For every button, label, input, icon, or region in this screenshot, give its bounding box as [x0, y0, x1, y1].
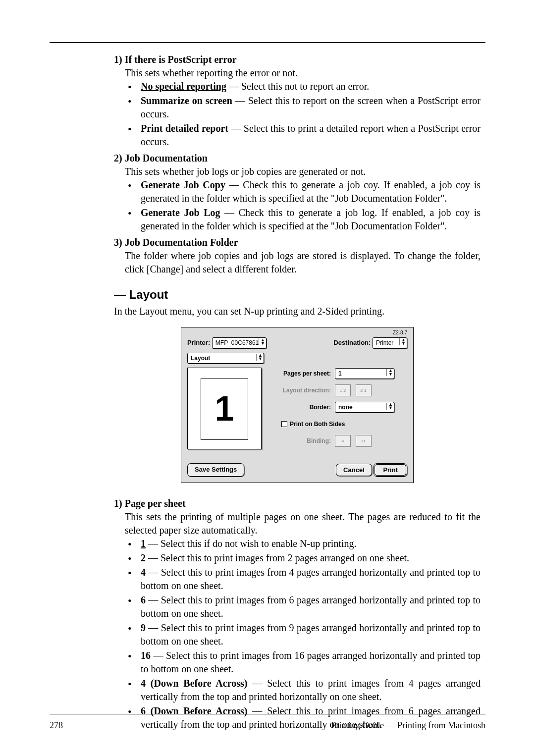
sec1-num: 1) [114, 54, 125, 65]
updown-icon: ▲▼ [259, 338, 265, 345]
layout-heading: — Layout [114, 287, 481, 303]
pps-i2-bold: 2 [141, 552, 146, 563]
pages-per-sheet-select[interactable]: 1▲▼ [335, 368, 394, 379]
printer-label: Printer: [187, 338, 210, 347]
pps-item-3: 4 — Select this to print images from 4 p… [128, 566, 481, 593]
pps-item-6: 16 — Select this to print images from 16… [128, 649, 481, 676]
binding-option-1[interactable]: ≡ [335, 435, 351, 447]
sec1-b3-bold: Print detailed report [141, 123, 228, 134]
sec1-b2-bold: Summarize on screen [141, 95, 232, 106]
pps-item-4: 6 — Select this to print images from 6 p… [128, 594, 481, 620]
preview-one-label: 1 [215, 385, 234, 432]
pps-i4-rest: — Select this to print images from 6 pag… [141, 594, 481, 619]
pps-i4-bold: 6 [141, 594, 146, 605]
print-button[interactable]: Print [374, 463, 407, 477]
page-footer: 278 Printing Guide — Printing from Macin… [50, 714, 485, 731]
layout-direction-label: Layout direction: [267, 386, 335, 394]
sec2-title: Job Documentation [125, 153, 208, 163]
updown-icon: ▲▼ [399, 338, 406, 345]
section-job-documentation-folder: 3) Job Documentation Folder The folder w… [114, 236, 481, 276]
destination-select[interactable]: Printer▲▼ [373, 337, 407, 348]
section-job-documentation: 2) Job Documentation This sets whether j… [114, 152, 481, 233]
dialog-version: Z2-8.7 [393, 329, 407, 336]
sec2-bullet-2: Generate Job Log — Check this to generat… [128, 206, 481, 233]
layout-direction-option-2[interactable]: 2 1 [356, 384, 372, 396]
print-both-sides-checkbox[interactable] [281, 421, 287, 427]
save-settings-button[interactable]: Save Settings [187, 463, 244, 477]
pps-i6-rest: — Select this to print images from 16 pa… [141, 650, 481, 674]
binding-label: Binding: [267, 437, 335, 445]
destination-label: Destination: [333, 338, 371, 347]
binding-option-2[interactable]: ⫾⫾ [356, 435, 372, 447]
border-value: none [338, 404, 353, 411]
sec2-b2-bold: Generate Job Log [141, 207, 220, 218]
layout-dialog-figure: 1 2 3 4 5 Z2-8.7 Printer: MFP_00C67861▲▼… [114, 327, 481, 483]
printer-value: MFP_00C67861 [215, 339, 259, 346]
section-postscript-error: 1) If there is PostScript error This set… [114, 53, 481, 149]
pps-i2-rest: — Select this to print images from 2 pag… [146, 552, 409, 563]
layout-direction-option-1[interactable]: 1 2 [335, 384, 351, 396]
top-rule [50, 42, 485, 43]
updown-icon: ▲▼ [386, 403, 393, 410]
pps-item-7: 4 (Down Before Across) — Select this to … [128, 677, 481, 703]
sec2-b1-bold: Generate Job Copy [141, 179, 225, 190]
layout-preview: 1 [187, 368, 262, 449]
pps-i3-bold: 4 [141, 567, 146, 578]
sec3-desc: The folder where job copies and job logs… [114, 249, 481, 276]
pps-i5-bold: 9 [141, 622, 146, 633]
pps-i1-bold: 1 [141, 538, 146, 549]
page-number: 278 [50, 719, 63, 731]
pps-i3-rest: — Select this to print images from 4 pag… [141, 567, 481, 591]
sec1-b1-bold: No special reporting [141, 81, 226, 92]
print-both-sides-label: Print on Both Sides [290, 420, 345, 428]
cancel-button[interactable]: Cancel [336, 464, 372, 477]
pps-item-5: 9 — Select this to print images from 9 p… [128, 621, 481, 648]
sec2-num: 2) [114, 153, 125, 163]
panel-select[interactable]: Layout▲▼ [187, 353, 264, 364]
sec2-desc: This sets whether job logs or job copies… [114, 165, 481, 178]
pages-per-sheet-value: 1 [338, 370, 342, 377]
destination-value: Printer [376, 339, 393, 346]
updown-icon: ▲▼ [256, 354, 263, 361]
sec1-bullet-2: Summarize on screen — Select this to rep… [128, 94, 481, 121]
printer-select[interactable]: MFP_00C67861▲▼ [212, 337, 267, 348]
print-layout-dialog: Z2-8.7 Printer: MFP_00C67861▲▼ Destinati… [181, 327, 414, 483]
pps-item-2: 2 — Select this to print images from 2 p… [128, 551, 481, 565]
sec1-desc: This sets whether reporting the error or… [114, 66, 481, 80]
pps-i1-rest: — Select this if do not wish to enable N… [146, 538, 357, 549]
sec1-b1-rest: — Select this not to report an error. [226, 81, 369, 92]
pps-desc: This sets the printing of multiple pages… [114, 510, 481, 537]
panel-value: Layout [191, 355, 210, 362]
border-select[interactable]: none▲▼ [335, 402, 394, 413]
pps-i5-rest: — Select this to print images from 9 pag… [141, 622, 481, 647]
section-page-per-sheet: 1) Page per sheet This sets the printing… [114, 497, 481, 731]
sec3-title: Job Documentation Folder [125, 237, 238, 248]
updown-icon: ▲▼ [386, 369, 393, 376]
footer-title: Printing Guide — Printing from Macintosh [331, 719, 485, 731]
sec1-title: If there is PostScript error [125, 54, 237, 65]
pages-per-sheet-label: Pages per sheet: [267, 370, 335, 378]
sec1-bullet-3: Print detailed report — Select this to p… [128, 122, 481, 149]
border-label: Border: [267, 403, 335, 411]
sec1-bullet-1: No special reporting — Select this not t… [128, 80, 481, 93]
pps-title: Page per sheet [125, 498, 186, 509]
layout-intro: In the Layout menu, you can set N-up pri… [114, 305, 481, 318]
pps-item-1: 1 — Select this if do not wish to enable… [128, 537, 481, 550]
pps-i7-bold: 4 (Down Before Across) [141, 678, 247, 689]
pps-num: 1) [114, 498, 125, 509]
pps-i6-bold: 16 [141, 650, 151, 661]
sec3-num: 3) [114, 237, 125, 248]
sec2-bullet-1: Generate Job Copy — Check this to genera… [128, 178, 481, 205]
